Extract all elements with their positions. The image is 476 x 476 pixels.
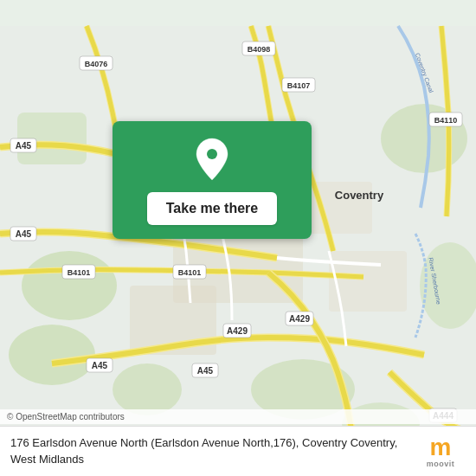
svg-text:Coventry: Coventry (335, 189, 384, 202)
svg-text:B4098: B4098 (248, 45, 271, 54)
svg-text:A429: A429 (227, 326, 248, 336)
svg-point-3 (113, 363, 182, 415)
address-text: 176 Earlsdon Avenue North (Earlsdon Aven… (10, 435, 407, 466)
svg-text:A45: A45 (197, 366, 214, 376)
take-me-there-button[interactable]: Take me there (147, 192, 277, 225)
svg-text:B4107: B4107 (287, 81, 311, 90)
svg-text:B4101: B4101 (178, 268, 202, 277)
svg-text:A45: A45 (92, 361, 108, 370)
moovit-logo: m moovit (415, 435, 466, 468)
svg-text:A45: A45 (16, 141, 32, 151)
attribution-bar: © OpenStreetMap contributors (0, 409, 476, 424)
map-container: A45 A45 A45 A45 B4076 B4098 B4107 B4110 … (0, 0, 476, 476)
svg-text:A429: A429 (289, 314, 310, 324)
svg-text:B4110: B4110 (434, 116, 458, 125)
moovit-m-letter: m (430, 435, 452, 460)
take-me-there-overlay: Take me there (113, 121, 312, 239)
location-pin-icon (193, 137, 231, 183)
attribution-text: © OpenStreetMap contributors (7, 412, 125, 421)
svg-text:B4076: B4076 (85, 60, 108, 68)
svg-point-42 (207, 149, 217, 159)
bottom-bar: 176 Earlsdon Avenue North (Earlsdon Aven… (0, 426, 476, 476)
svg-point-2 (9, 325, 95, 385)
svg-point-1 (22, 251, 117, 320)
svg-text:B4101: B4101 (68, 268, 91, 277)
moovit-brand-text: moovit (427, 460, 455, 468)
svg-text:A45: A45 (16, 229, 32, 239)
